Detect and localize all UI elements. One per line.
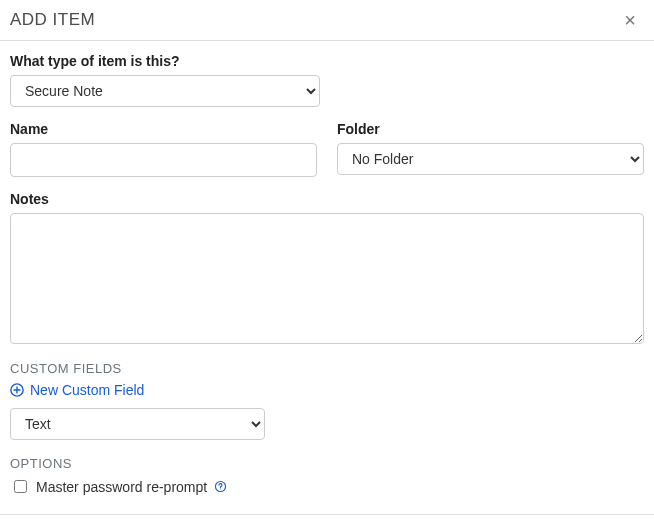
custom-fields-section: CUSTOM FIELDS New Custom Field Text (10, 361, 644, 440)
close-icon: × (624, 9, 636, 31)
close-button[interactable]: × (620, 10, 640, 30)
modal-footer: Save Cancel (0, 514, 654, 521)
options-heading: OPTIONS (10, 456, 644, 471)
item-type-label: What type of item is this? (10, 53, 644, 69)
reprompt-row: Master password re-prompt (10, 477, 644, 496)
help-icon[interactable] (213, 480, 227, 494)
reprompt-checkbox[interactable] (14, 480, 27, 493)
item-type-group: What type of item is this? Secure Note (10, 53, 644, 107)
name-group: Name (10, 121, 317, 177)
notes-textarea[interactable] (10, 213, 644, 345)
new-custom-field-button[interactable]: New Custom Field (10, 382, 144, 398)
name-input[interactable] (10, 143, 317, 177)
name-folder-row: Name Folder No Folder (10, 121, 644, 191)
name-label: Name (10, 121, 317, 137)
modal-header: ADD ITEM × (0, 0, 654, 41)
modal-body: What type of item is this? Secure Note N… (0, 41, 654, 514)
add-item-modal: ADD ITEM × What type of item is this? Se… (0, 0, 654, 521)
reprompt-label: Master password re-prompt (36, 479, 207, 495)
folder-label: Folder (337, 121, 644, 137)
notes-label: Notes (10, 191, 644, 207)
item-type-select[interactable]: Secure Note (10, 75, 320, 107)
custom-field-type-select[interactable]: Text (10, 408, 265, 440)
new-custom-field-label: New Custom Field (30, 382, 144, 398)
folder-group: Folder No Folder (337, 121, 644, 177)
folder-select[interactable]: No Folder (337, 143, 644, 175)
modal-title: ADD ITEM (10, 10, 95, 30)
notes-group: Notes (10, 191, 644, 348)
custom-fields-heading: CUSTOM FIELDS (10, 361, 644, 376)
options-section: OPTIONS Master password re-prompt (10, 456, 644, 496)
svg-point-2 (220, 489, 221, 490)
plus-circle-icon (10, 383, 24, 397)
